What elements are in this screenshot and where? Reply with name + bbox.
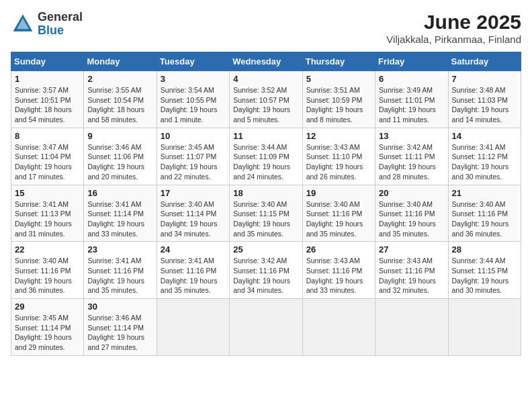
day-number: 8 (15, 131, 80, 141)
day-info: Sunrise: 3:40 AM Sunset: 11:15 PM Daylig… (233, 199, 298, 239)
logo: General Blue (11, 11, 83, 38)
day-number: 6 (379, 74, 444, 84)
weekday-header: Thursday (302, 52, 375, 71)
day-info: Sunrise: 3:41 AM Sunset: 11:12 PM Daylig… (452, 142, 517, 182)
logo-icon (11, 12, 35, 36)
calendar-week-row: 29Sunrise: 3:45 AM Sunset: 11:14 PM Dayl… (11, 299, 521, 356)
day-number: 2 (87, 74, 152, 84)
calendar-cell: 1Sunrise: 3:57 AM Sunset: 10:51 PM Dayli… (11, 71, 84, 128)
calendar-cell: 3Sunrise: 3:54 AM Sunset: 10:55 PM Dayli… (157, 71, 229, 128)
calendar-cell: 21Sunrise: 3:40 AM Sunset: 11:16 PM Dayl… (448, 185, 521, 242)
calendar-cell: 20Sunrise: 3:40 AM Sunset: 11:16 PM Dayl… (375, 185, 448, 242)
weekday-header: Sunday (11, 52, 84, 71)
day-info: Sunrise: 3:48 AM Sunset: 11:03 PM Daylig… (452, 85, 517, 125)
day-number: 17 (161, 188, 226, 198)
day-info: Sunrise: 3:46 AM Sunset: 11:14 PM Daylig… (87, 313, 152, 353)
calendar-week-row: 22Sunrise: 3:40 AM Sunset: 11:16 PM Dayl… (11, 242, 521, 299)
day-info: Sunrise: 3:43 AM Sunset: 11:16 PM Daylig… (306, 256, 371, 295)
calendar-cell: 13Sunrise: 3:42 AM Sunset: 11:11 PM Dayl… (375, 128, 448, 185)
calendar-cell: 23Sunrise: 3:41 AM Sunset: 11:16 PM Dayl… (84, 242, 157, 299)
day-info: Sunrise: 3:42 AM Sunset: 11:16 PM Daylig… (233, 256, 298, 295)
day-number: 28 (452, 244, 517, 255)
calendar-cell: 10Sunrise: 3:45 AM Sunset: 11:07 PM Dayl… (157, 128, 229, 185)
calendar-cell: 5Sunrise: 3:51 AM Sunset: 10:59 PM Dayli… (302, 71, 375, 128)
calendar-cell: 29Sunrise: 3:45 AM Sunset: 11:14 PM Dayl… (11, 299, 84, 356)
calendar-cell: 11Sunrise: 3:44 AM Sunset: 11:09 PM Dayl… (230, 128, 302, 185)
calendar-cell: 6Sunrise: 3:49 AM Sunset: 11:01 PM Dayli… (375, 71, 448, 128)
weekday-header: Wednesday (230, 52, 302, 71)
calendar-table: SundayMondayTuesdayWednesdayThursdayFrid… (11, 52, 521, 356)
calendar-cell: 8Sunrise: 3:47 AM Sunset: 11:04 PM Dayli… (11, 128, 84, 185)
day-info: Sunrise: 3:41 AM Sunset: 11:14 PM Daylig… (87, 199, 152, 239)
day-number: 11 (233, 131, 298, 141)
day-info: Sunrise: 3:55 AM Sunset: 10:54 PM Daylig… (87, 85, 152, 125)
day-info: Sunrise: 3:43 AM Sunset: 11:10 PM Daylig… (306, 142, 371, 182)
day-info: Sunrise: 3:45 AM Sunset: 11:14 PM Daylig… (15, 313, 80, 353)
day-info: Sunrise: 3:52 AM Sunset: 10:57 PM Daylig… (233, 85, 298, 125)
logo-blue: Blue (38, 24, 83, 38)
day-info: Sunrise: 3:43 AM Sunset: 11:16 PM Daylig… (379, 256, 444, 295)
calendar-cell: 17Sunrise: 3:40 AM Sunset: 11:14 PM Dayl… (157, 185, 229, 242)
day-info: Sunrise: 3:45 AM Sunset: 11:07 PM Daylig… (161, 142, 226, 182)
day-number: 21 (452, 188, 517, 198)
calendar-cell: 24Sunrise: 3:41 AM Sunset: 11:16 PM Dayl… (157, 242, 229, 299)
day-info: Sunrise: 3:41 AM Sunset: 11:13 PM Daylig… (15, 199, 80, 239)
day-number: 26 (306, 244, 371, 255)
day-info: Sunrise: 3:41 AM Sunset: 11:16 PM Daylig… (87, 256, 152, 295)
day-number: 3 (161, 74, 226, 84)
weekday-header: Monday (84, 52, 157, 71)
calendar-cell: 26Sunrise: 3:43 AM Sunset: 11:16 PM Dayl… (302, 242, 375, 299)
calendar-cell (302, 299, 375, 356)
calendar-cell: 27Sunrise: 3:43 AM Sunset: 11:16 PM Dayl… (375, 242, 448, 299)
logo-text: General Blue (38, 11, 83, 38)
day-info: Sunrise: 3:49 AM Sunset: 11:01 PM Daylig… (379, 85, 444, 125)
calendar-week-row: 8Sunrise: 3:47 AM Sunset: 11:04 PM Dayli… (11, 128, 521, 185)
day-info: Sunrise: 3:40 AM Sunset: 11:16 PM Daylig… (15, 256, 80, 295)
calendar-cell: 4Sunrise: 3:52 AM Sunset: 10:57 PM Dayli… (230, 71, 302, 128)
day-number: 16 (87, 188, 152, 198)
day-number: 30 (87, 302, 152, 312)
day-info: Sunrise: 3:44 AM Sunset: 11:15 PM Daylig… (452, 256, 517, 295)
page-subtitle: Viljakkala, Pirkanmaa, Finland (386, 34, 521, 45)
day-number: 18 (233, 188, 298, 198)
day-number: 25 (233, 244, 298, 255)
calendar-cell: 28Sunrise: 3:44 AM Sunset: 11:15 PM Dayl… (448, 242, 521, 299)
day-info: Sunrise: 3:47 AM Sunset: 11:04 PM Daylig… (15, 142, 80, 182)
day-number: 22 (15, 244, 80, 255)
day-number: 29 (15, 302, 80, 312)
calendar-cell: 19Sunrise: 3:40 AM Sunset: 11:16 PM Dayl… (302, 185, 375, 242)
day-number: 15 (15, 188, 80, 198)
day-info: Sunrise: 3:54 AM Sunset: 10:55 PM Daylig… (161, 85, 226, 125)
calendar-cell (230, 299, 302, 356)
weekday-header: Tuesday (157, 52, 229, 71)
page-header: General Blue June 2025 Viljakkala, Pirka… (11, 11, 521, 45)
calendar-week-row: 15Sunrise: 3:41 AM Sunset: 11:13 PM Dayl… (11, 185, 521, 242)
day-info: Sunrise: 3:41 AM Sunset: 11:16 PM Daylig… (161, 256, 226, 295)
calendar-cell: 16Sunrise: 3:41 AM Sunset: 11:14 PM Dayl… (84, 185, 157, 242)
calendar-cell: 7Sunrise: 3:48 AM Sunset: 11:03 PM Dayli… (448, 71, 521, 128)
title-block: June 2025 Viljakkala, Pirkanmaa, Finland (386, 11, 521, 45)
calendar-week-row: 1Sunrise: 3:57 AM Sunset: 10:51 PM Dayli… (11, 71, 521, 128)
day-number: 4 (233, 74, 298, 84)
day-info: Sunrise: 3:40 AM Sunset: 11:16 PM Daylig… (379, 199, 444, 239)
day-number: 23 (87, 244, 152, 255)
day-number: 14 (452, 131, 517, 141)
calendar-cell: 22Sunrise: 3:40 AM Sunset: 11:16 PM Dayl… (11, 242, 84, 299)
day-number: 20 (379, 188, 444, 198)
day-number: 7 (452, 74, 517, 84)
day-info: Sunrise: 3:57 AM Sunset: 10:51 PM Daylig… (15, 85, 80, 125)
day-info: Sunrise: 3:40 AM Sunset: 11:16 PM Daylig… (306, 199, 371, 239)
logo-general: General (38, 11, 83, 24)
calendar-cell: 12Sunrise: 3:43 AM Sunset: 11:10 PM Dayl… (302, 128, 375, 185)
calendar-cell: 14Sunrise: 3:41 AM Sunset: 11:12 PM Dayl… (448, 128, 521, 185)
day-number: 10 (161, 131, 226, 141)
weekday-header: Saturday (448, 52, 521, 71)
weekday-header: Friday (375, 52, 448, 71)
day-number: 19 (306, 188, 371, 198)
calendar-cell (448, 299, 521, 356)
day-info: Sunrise: 3:40 AM Sunset: 11:16 PM Daylig… (452, 199, 517, 239)
day-number: 27 (379, 244, 444, 255)
day-number: 1 (15, 74, 80, 84)
calendar-cell (375, 299, 448, 356)
calendar-header-row: SundayMondayTuesdayWednesdayThursdayFrid… (11, 52, 521, 71)
